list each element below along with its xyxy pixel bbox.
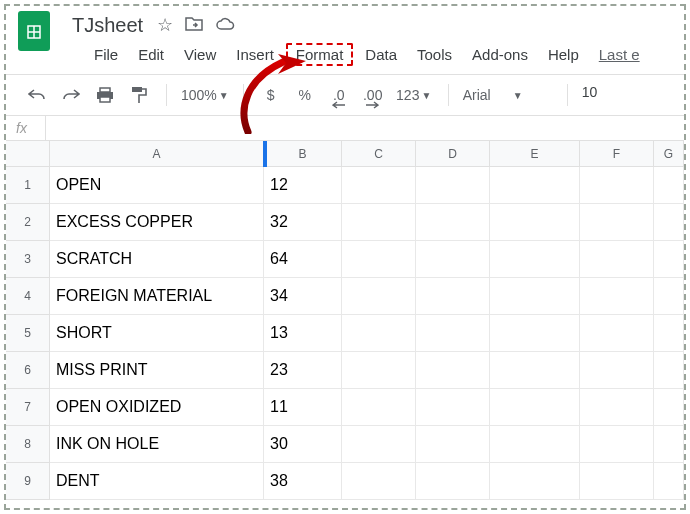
cell[interactable] [654,315,684,352]
menu-data[interactable]: Data [357,43,405,66]
cell[interactable] [342,463,416,500]
select-all-corner[interactable] [6,141,50,166]
cell[interactable]: 23 [264,352,342,389]
cell[interactable]: 30 [264,426,342,463]
cell[interactable] [580,352,654,389]
cell[interactable]: EXCESS COPPER [50,204,264,241]
menu-addons[interactable]: Add-ons [464,43,536,66]
menu-format[interactable]: Format [286,43,354,66]
cell[interactable] [416,241,490,278]
cell[interactable] [580,463,654,500]
cell[interactable]: 13 [264,315,342,352]
col-header-C[interactable]: C [342,141,416,166]
cell[interactable] [416,463,490,500]
cell[interactable]: 38 [264,463,342,500]
col-header-F[interactable]: F [580,141,654,166]
star-icon[interactable]: ☆ [157,16,173,34]
cell[interactable]: DENT [50,463,264,500]
cell[interactable] [416,352,490,389]
cell[interactable] [654,167,684,204]
percent-button[interactable]: % [292,81,318,109]
cell[interactable] [342,426,416,463]
cell[interactable] [490,463,580,500]
cell[interactable]: 32 [264,204,342,241]
font-size-input[interactable]: 10 [582,84,610,106]
cell[interactable] [654,352,684,389]
cell[interactable] [580,315,654,352]
col-header-A[interactable]: A [50,141,264,166]
cell[interactable] [342,352,416,389]
cell[interactable] [342,315,416,352]
cell[interactable] [342,241,416,278]
cell[interactable]: SCRATCH [50,241,264,278]
formula-input[interactable] [46,116,684,140]
cell[interactable] [654,204,684,241]
cell[interactable]: MISS PRINT [50,352,264,389]
cell[interactable] [490,278,580,315]
cell[interactable] [580,389,654,426]
cell[interactable] [416,278,490,315]
cell[interactable] [342,204,416,241]
cell[interactable] [654,426,684,463]
cell[interactable]: INK ON HOLE [50,426,264,463]
cell[interactable] [490,167,580,204]
cell[interactable] [490,315,580,352]
last-edit-link[interactable]: Last e [599,46,640,63]
cell[interactable]: OPEN [50,167,264,204]
cell[interactable] [416,315,490,352]
redo-icon[interactable] [58,81,84,109]
zoom-select[interactable]: 100% ▼ [181,87,229,103]
cloud-status-icon[interactable] [215,16,235,34]
cell[interactable]: 12 [264,167,342,204]
row-header[interactable]: 3 [6,241,50,278]
cell[interactable] [416,204,490,241]
sheets-logo-icon[interactable] [18,11,50,51]
row-header[interactable]: 8 [6,426,50,463]
print-icon[interactable] [92,81,118,109]
cell[interactable] [580,426,654,463]
cell[interactable]: OPEN OXIDIZED [50,389,264,426]
menu-edit[interactable]: Edit [130,43,172,66]
menu-file[interactable]: File [86,43,126,66]
menu-help[interactable]: Help [540,43,587,66]
row-header[interactable]: 5 [6,315,50,352]
document-title[interactable]: TJsheet [72,14,143,37]
cell[interactable]: SHORT [50,315,264,352]
cell[interactable] [416,167,490,204]
row-header[interactable]: 7 [6,389,50,426]
move-icon[interactable] [185,16,203,35]
row-header[interactable]: 9 [6,463,50,500]
cell[interactable] [490,241,580,278]
cell[interactable] [654,241,684,278]
more-formats-button[interactable]: 123▼ [394,81,434,109]
increase-decimal-button[interactable]: .00 [360,81,386,109]
row-header[interactable]: 4 [6,278,50,315]
cell[interactable] [342,167,416,204]
cell[interactable] [580,167,654,204]
col-header-B[interactable]: B [264,141,342,166]
decrease-decimal-button[interactable]: .0 [326,81,352,109]
cell[interactable]: 34 [264,278,342,315]
menu-view[interactable]: View [176,43,224,66]
cell[interactable] [342,278,416,315]
cell[interactable]: 11 [264,389,342,426]
undo-icon[interactable] [24,81,50,109]
cell[interactable] [580,204,654,241]
cell[interactable] [416,426,490,463]
cell[interactable] [654,278,684,315]
menu-tools[interactable]: Tools [409,43,460,66]
cell[interactable] [416,389,490,426]
cell[interactable] [654,463,684,500]
cell[interactable] [342,389,416,426]
cell[interactable]: 64 [264,241,342,278]
row-header[interactable]: 6 [6,352,50,389]
cell[interactable] [654,389,684,426]
cell[interactable] [490,204,580,241]
cell[interactable] [580,278,654,315]
cell[interactable] [490,426,580,463]
cell[interactable] [490,389,580,426]
col-header-D[interactable]: D [416,141,490,166]
col-header-E[interactable]: E [490,141,580,166]
cell[interactable] [490,352,580,389]
paint-format-icon[interactable] [126,81,152,109]
